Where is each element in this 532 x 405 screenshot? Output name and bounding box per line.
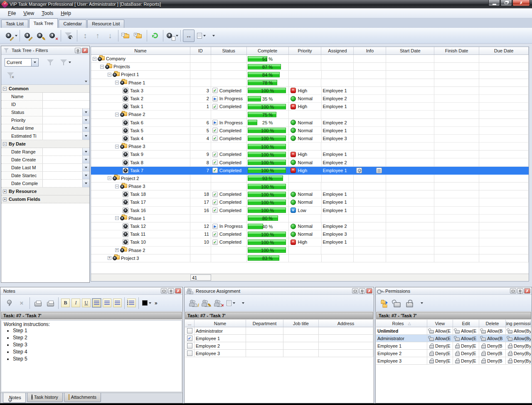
allow-permission-button[interactable] <box>391 297 403 309</box>
align-center-button[interactable] <box>103 299 111 307</box>
filter-field-value[interactable] <box>43 172 82 179</box>
filter-group-custom-fields[interactable]: +Custom Fields <box>1 195 89 203</box>
align-left-button[interactable] <box>92 299 101 307</box>
tab-task-history[interactable]: Task history <box>27 393 63 402</box>
panel-splitter[interactable] <box>183 287 184 403</box>
tree-row-task-9[interactable]: Task 99✓Completed100 %^HighEmployee 1 <box>91 151 529 158</box>
filter-field-value[interactable] <box>43 180 82 187</box>
deny-permission-button[interactable] <box>404 297 415 309</box>
save-filter-button[interactable] <box>59 57 71 68</box>
close-panel-button[interactable]: ✗ <box>524 288 530 294</box>
filter-field-value[interactable] <box>43 124 82 132</box>
move-down-button[interactable]: ↓ <box>104 30 116 42</box>
expand-icon[interactable]: + <box>3 190 7 193</box>
filter-field-dropdown[interactable] <box>82 172 89 179</box>
column-header-department[interactable]: Department <box>246 320 283 327</box>
delete-note-button[interactable]: × <box>16 297 27 309</box>
filter-field-dropdown[interactable] <box>82 180 89 187</box>
menu-help[interactable]: Help <box>57 9 75 17</box>
resource-list-button[interactable] <box>225 297 236 309</box>
assignment-checkbox[interactable] <box>187 328 192 333</box>
apply-filter-button[interactable] <box>44 57 56 68</box>
filter-field-dropdown[interactable] <box>82 164 89 171</box>
permission-row-employee-1[interactable]: Employee 1Deny(EDeny(EDeny(BDeny(By <box>376 342 531 350</box>
resource-row-employee-3[interactable]: Employee 3 <box>185 350 373 357</box>
close-panel-button[interactable]: ✗ <box>82 48 88 53</box>
panel-splitter[interactable] <box>374 287 375 403</box>
column-header-assigned[interactable]: Assigned <box>321 47 354 54</box>
filter-group-by-resource[interactable]: +By Resource <box>1 188 89 195</box>
filter-field-dropdown[interactable] <box>82 109 89 116</box>
filter-field-value[interactable] <box>43 109 82 116</box>
collapse-icon[interactable]: − <box>100 65 104 69</box>
filter-field-value[interactable] <box>43 164 82 171</box>
tab-resource-list[interactable]: Resource List <box>87 20 124 28</box>
tree-row-task-2[interactable]: Task 22▶In Progress35 %NormalEmployee 2 <box>91 95 529 103</box>
tree-row-projects[interactable]: −Projects87 % <box>91 63 529 71</box>
column-header-id[interactable]: ID <box>190 47 211 54</box>
print-preview-button[interactable] <box>32 297 44 309</box>
tab-task-tree[interactable]: Task Tree <box>29 18 58 28</box>
filter-field-dropdown[interactable] <box>82 156 89 163</box>
column-header-checkbox[interactable]: ... <box>185 320 195 327</box>
permission-row-unlimited[interactable]: UnlimitedAllow(EAllow(EAllow(BAllow(By <box>376 327 531 335</box>
collapse-icon[interactable]: − <box>115 81 119 84</box>
tree-row-task-12[interactable]: Task 1212▶In Progress40 %NormalEmployee … <box>91 222 529 230</box>
create-task-button[interactable] <box>22 30 34 42</box>
pin-panel-button[interactable] <box>75 48 81 53</box>
menu-file[interactable]: File <box>4 9 20 17</box>
resource-row-employee-2[interactable]: Employee 2 <box>185 342 373 350</box>
grid-view-button[interactable] <box>195 30 207 42</box>
tree-row-phase-3[interactable]: −Phase 3100 % <box>91 183 529 190</box>
collapse-all-button[interactable]: − <box>121 30 132 42</box>
column-header-priority[interactable]: Priority <box>289 47 322 54</box>
move-up-button[interactable]: ↑ <box>92 30 103 42</box>
filter-field-dropdown[interactable] <box>82 124 89 132</box>
column-header-name[interactable]: Name <box>195 320 246 327</box>
pin-panel-button[interactable] <box>517 288 523 294</box>
tree-row-task-18[interactable]: Task 1818✓Completed100 %NormalEmployee 1 <box>91 190 529 198</box>
tree-row-phase-2[interactable]: −Phase 275 % <box>91 111 529 119</box>
italic-button[interactable]: I <box>71 299 80 307</box>
tree-row-task-6[interactable]: Task 66▶In Progress25 %NormalEmployee 2 <box>91 119 529 127</box>
filters-toolbar-overflow[interactable] <box>85 81 87 82</box>
filter-field-value[interactable] <box>43 101 89 108</box>
close-panel-button[interactable]: ✗ <box>175 288 181 294</box>
column-header-delete[interactable]: Delete <box>479 320 506 327</box>
column-header-roles[interactable]: Roles△ <box>376 320 427 327</box>
edit-assignment-button[interactable]: ✎ <box>200 297 212 309</box>
restore-panel-button[interactable] <box>510 288 516 294</box>
restore-panel-button[interactable] <box>161 288 167 294</box>
toolbar-overflow[interactable] <box>208 30 219 42</box>
restore-panel-button[interactable] <box>352 288 358 294</box>
collapse-icon[interactable]: − <box>108 176 111 180</box>
inherit-permissions-button[interactable] <box>379 297 390 309</box>
copy-task-button[interactable] <box>165 30 178 42</box>
resource-row-employee-1[interactable]: ✓Employee 1 <box>185 335 373 342</box>
fit-columns-toggle[interactable]: ↔ <box>183 30 195 42</box>
column-header-start-date[interactable]: Start Date <box>386 47 434 54</box>
column-header-tting-permissic[interactable]: tting permissic <box>506 320 531 327</box>
tree-row-company[interactable]: −Company51 % <box>91 55 529 63</box>
filter-field-dropdown[interactable] <box>82 132 89 140</box>
tree-row-phase-1[interactable]: −Phase 180 % <box>91 215 529 222</box>
column-header-info[interactable]: Info <box>354 47 386 54</box>
combobox-dropdown-button[interactable] <box>31 59 38 66</box>
filter-field-value[interactable] <box>43 116 82 124</box>
tree-row-task-11[interactable]: Task 1111✓Completed100 %NormalEmployee 3 <box>91 230 529 238</box>
close-panel-button[interactable]: ✗ <box>366 288 372 294</box>
tab-calendar[interactable]: Calendar <box>59 20 86 28</box>
print-button[interactable] <box>44 297 56 309</box>
bullet-list-button[interactable] <box>127 299 136 307</box>
notes-editor[interactable]: Working instructions: Step 1Step 2Step 3… <box>1 320 182 392</box>
column-header-status[interactable]: Status <box>211 47 247 54</box>
minimize-button[interactable] <box>488 0 500 6</box>
tab-task-list[interactable]: Task List <box>1 20 28 28</box>
toolbar-overflow[interactable] <box>237 297 249 309</box>
tree-row-phase-1[interactable]: −Phase 178 % <box>91 79 529 87</box>
refresh-button[interactable] <box>149 30 161 42</box>
expand-collapse-button[interactable]: ↕ <box>79 30 91 42</box>
new-task-button[interactable] <box>5 30 17 42</box>
delete-task-button[interactable]: × <box>47 30 59 42</box>
assignment-checkbox[interactable] <box>187 343 192 348</box>
